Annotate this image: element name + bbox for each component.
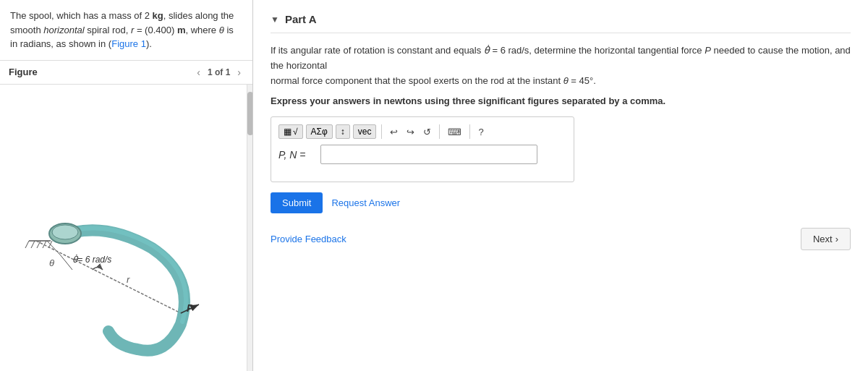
right-panel: ▼ Part A If its angular rate of rotation… (253, 0, 868, 371)
figure-header: Figure ‹ 1 of 1 › (0, 61, 252, 85)
action-row: Submit Request Answer (271, 192, 851, 213)
help-button[interactable]: ? (475, 125, 486, 139)
undo-button[interactable]: ↩ (387, 125, 401, 139)
figure-nav: ‹ 1 of 1 › (194, 65, 244, 80)
arrows-icon: ↕ (341, 127, 345, 137)
answer-input[interactable] (320, 145, 537, 164)
svg-point-9 (52, 225, 78, 239)
sigma-label: ΑΣφ (311, 127, 328, 137)
next-label: Next (813, 234, 833, 244)
svg-line-2 (31, 241, 35, 248)
toolbar-divider-2 (439, 124, 440, 139)
vec-button[interactable]: vec (353, 124, 377, 139)
vec-label: vec (358, 127, 372, 137)
math-toolbar: ▦ √ ΑΣφ ↕ vec ↩ ↪ ↺ ⌨ ? (278, 124, 487, 139)
redo-button[interactable]: ↪ (404, 125, 417, 139)
figure-area: θ P r θ̇= 6 rad/s (0, 85, 252, 372)
svg-text:θ: θ (49, 257, 54, 268)
next-chevron-icon: › (835, 234, 838, 244)
toolbar-divider-1 (381, 124, 382, 139)
feedback-row: Provide Feedback Next › (271, 228, 851, 250)
svg-text:r: r (127, 274, 130, 285)
input-label: P, N = (278, 149, 315, 161)
problem-text-content: The spool, which has a mass of 2 kg, sli… (10, 10, 234, 49)
svg-line-1 (25, 241, 29, 248)
provide-feedback-link[interactable]: Provide Feedback (271, 234, 346, 244)
figure-prev-button[interactable]: ‹ (194, 65, 203, 80)
toolbar-divider-3 (469, 124, 470, 139)
answer-input-row: P, N = (278, 145, 566, 164)
figure-page: 1 of 1 (208, 67, 230, 77)
scrollbar[interactable] (247, 85, 252, 372)
request-answer-link[interactable]: Request Answer (331, 197, 400, 208)
math-input-container: ▦ √ ΑΣφ ↕ vec ↩ ↪ ↺ ⌨ ? P, N = (271, 116, 574, 182)
question-line1: If its angular rate of rotation is const… (271, 43, 851, 74)
scrollbar-thumb[interactable] (247, 92, 252, 135)
part-label: Part A (285, 13, 317, 25)
matrix-icon: ▦ (284, 127, 292, 137)
figure-next-button[interactable]: › (234, 65, 244, 80)
sqrt-icon: √ (293, 127, 298, 137)
part-header: ▼ Part A (271, 13, 851, 33)
arrows-button[interactable]: ↕ (336, 124, 350, 139)
svg-text:θ̇= 6 rad/s: θ̇= 6 rad/s (72, 254, 111, 265)
figure-link[interactable]: Figure 1 (111, 38, 146, 49)
part-collapse-arrow[interactable]: ▼ (271, 14, 279, 25)
sigma-button[interactable]: ΑΣφ (306, 124, 333, 139)
figure-label: Figure (9, 67, 38, 77)
figure-svg: θ P r θ̇= 6 rad/s (7, 197, 224, 357)
reset-button[interactable]: ↺ (420, 125, 434, 139)
question-text: If its angular rate of rotation is const… (271, 43, 851, 88)
matrix-button[interactable]: ▦ √ (278, 124, 303, 139)
submit-button[interactable]: Submit (271, 192, 323, 213)
problem-description: The spool, which has a mass of 2 kg, sli… (0, 0, 252, 61)
next-button[interactable]: Next › (801, 228, 851, 250)
left-panel: The spool, which has a mass of 2 kg, sli… (0, 0, 253, 371)
question-line2: normal force component that the spool ex… (271, 74, 851, 89)
express-instructions: Express your answers in newtons using th… (271, 95, 851, 106)
keyboard-button[interactable]: ⌨ (445, 125, 464, 139)
